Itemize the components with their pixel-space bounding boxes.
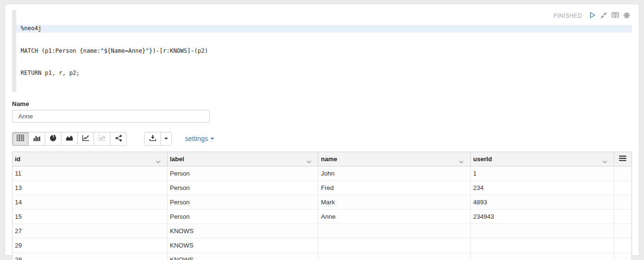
notebook-paragraph: %neo4j MATCH (p1:Person {name:"${Name=An… bbox=[5, 4, 639, 256]
cell-label: Person bbox=[167, 195, 318, 210]
column-header-label: label bbox=[170, 155, 184, 163]
bar-chart-icon bbox=[33, 135, 40, 142]
cell-name: Anne bbox=[318, 210, 471, 224]
scatter-chart-icon bbox=[98, 135, 106, 142]
cell-userid: 4893 bbox=[471, 195, 614, 210]
code-line-match[interactable]: MATCH (p1:Person {name:"${Name=Anne}"})-… bbox=[16, 47, 632, 55]
cell-id: 29 bbox=[12, 238, 167, 253]
code-line-interpreter[interactable]: %neo4j bbox=[16, 25, 632, 33]
result-table: id label name userId bbox=[12, 152, 632, 260]
table-row[interactable]: 15 Person Anne 234943 bbox=[12, 210, 632, 224]
cell-name: Fred bbox=[318, 181, 471, 195]
table-row[interactable]: 11 Person John 1 bbox=[12, 166, 632, 181]
gear-icon bbox=[623, 12, 630, 20]
cell-name bbox=[318, 238, 471, 253]
cell-menu bbox=[614, 195, 632, 210]
download-dropdown-button[interactable] bbox=[160, 132, 172, 146]
share-view-button[interactable] bbox=[110, 132, 127, 146]
chevron-down-icon[interactable] bbox=[459, 158, 464, 165]
pie-chart-icon bbox=[50, 135, 57, 143]
editor-gutter bbox=[12, 10, 16, 92]
cell-name: Mark bbox=[318, 195, 471, 210]
cell-menu bbox=[614, 181, 632, 195]
grid-menu-button[interactable] bbox=[614, 152, 632, 166]
cell-id: 11 bbox=[12, 166, 167, 181]
result-grid: id label name userId bbox=[12, 152, 632, 260]
compress-icon bbox=[600, 12, 607, 20]
cell-id: 15 bbox=[12, 210, 167, 224]
cell-label: KNOWS bbox=[167, 253, 318, 260]
pie-chart-button[interactable] bbox=[45, 132, 61, 146]
cell-userid bbox=[471, 224, 614, 238]
chevron-down-icon[interactable] bbox=[306, 158, 312, 165]
status-badge: FINISHED bbox=[554, 12, 582, 19]
cell-name bbox=[318, 253, 471, 260]
line-chart-icon bbox=[82, 135, 89, 142]
cell-label: KNOWS bbox=[167, 238, 318, 253]
hide-editor-button[interactable] bbox=[600, 12, 607, 20]
column-header-userid[interactable]: userId bbox=[471, 152, 614, 166]
cell-menu bbox=[614, 166, 632, 181]
download-icon bbox=[149, 135, 156, 142]
cell-userid: 234943 bbox=[471, 210, 614, 224]
table-row[interactable]: 29 KNOWS bbox=[12, 238, 632, 253]
cell-userid: 234 bbox=[471, 181, 614, 195]
settings-label: settings bbox=[185, 135, 208, 142]
settings-link[interactable]: settings bbox=[185, 135, 214, 142]
cell-menu bbox=[614, 253, 632, 260]
cell-menu bbox=[614, 238, 632, 253]
area-chart-icon bbox=[66, 135, 73, 142]
bar-chart-button[interactable] bbox=[28, 132, 45, 146]
caret-down-icon bbox=[210, 138, 214, 140]
chevron-down-icon[interactable] bbox=[602, 158, 608, 165]
cell-label: Person bbox=[167, 166, 318, 181]
cell-id: 14 bbox=[12, 195, 167, 210]
cell-id: 27 bbox=[12, 224, 167, 238]
table-row[interactable]: 14 Person Mark 4893 bbox=[12, 195, 632, 210]
cell-id: 13 bbox=[12, 181, 167, 195]
table-row[interactable]: 13 Person Fred 234 bbox=[12, 181, 632, 195]
code-editor[interactable]: %neo4j MATCH (p1:Person {name:"${Name=An… bbox=[12, 10, 632, 92]
cell-userid bbox=[471, 238, 614, 253]
cell-name bbox=[318, 224, 471, 238]
paragraph-settings-button[interactable] bbox=[623, 12, 630, 20]
hide-output-button[interactable] bbox=[611, 12, 619, 20]
cell-label: Person bbox=[167, 210, 318, 224]
table-icon bbox=[17, 135, 24, 142]
line-chart-button[interactable] bbox=[77, 132, 94, 146]
table-view-button[interactable] bbox=[12, 132, 29, 146]
scatter-chart-button[interactable] bbox=[94, 132, 110, 146]
download-group bbox=[144, 132, 172, 146]
visualization-toolbar: settings bbox=[12, 132, 632, 146]
table-header-row: id label name userId bbox=[12, 152, 632, 166]
cell-userid bbox=[471, 253, 614, 260]
download-button[interactable] bbox=[144, 132, 161, 146]
chevron-down-icon[interactable] bbox=[156, 158, 161, 165]
column-header-label: name bbox=[321, 155, 337, 163]
code-area[interactable]: %neo4j MATCH (p1:Person {name:"${Name=An… bbox=[16, 10, 632, 92]
column-header-label: userId bbox=[473, 155, 492, 163]
book-icon bbox=[611, 12, 619, 20]
caret-down-icon bbox=[164, 138, 168, 140]
cell-menu bbox=[614, 224, 632, 238]
table-row[interactable]: 27 KNOWS bbox=[12, 224, 632, 238]
column-header-name[interactable]: name bbox=[318, 152, 471, 166]
share-icon bbox=[115, 135, 122, 143]
chart-type-group bbox=[12, 132, 127, 146]
cell-label: KNOWS bbox=[167, 224, 318, 238]
column-header-label: id bbox=[15, 155, 21, 163]
column-header-label[interactable]: label bbox=[167, 152, 318, 166]
play-icon bbox=[589, 12, 596, 20]
cell-name: John bbox=[318, 166, 471, 181]
code-line-return[interactable]: RETURN p1, r, p2; bbox=[16, 70, 632, 77]
cell-label: Person bbox=[167, 181, 318, 195]
cell-userid: 1 bbox=[471, 166, 614, 181]
table-row[interactable]: 28 KNOWS bbox=[12, 253, 632, 260]
run-button[interactable] bbox=[589, 12, 596, 20]
area-chart-button[interactable] bbox=[61, 132, 78, 146]
paragraph-controls: FINISHED bbox=[554, 12, 630, 20]
column-header-id[interactable]: id bbox=[12, 152, 167, 166]
name-field[interactable] bbox=[12, 110, 210, 123]
cell-id: 28 bbox=[12, 253, 167, 260]
cell-menu bbox=[614, 210, 632, 224]
